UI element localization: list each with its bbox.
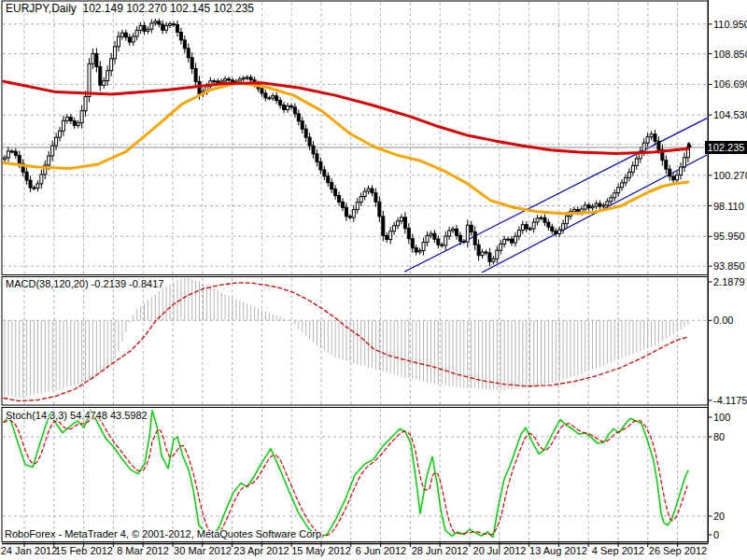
stoch-d-line: [4, 417, 687, 536]
price-axis-label: 100.270: [713, 170, 747, 181]
date-label: 15 Feb 2012: [55, 545, 113, 556]
price-axis-label: 98.110: [713, 201, 744, 212]
trendlines: [404, 119, 707, 273]
price-axis-label: 20: [713, 511, 725, 522]
price-axis-label: -4.1175: [713, 395, 747, 406]
macd-indicator-label: MACD(38,120,20) -0.2139 -0.8417: [6, 278, 163, 290]
price-axis-label: 80: [713, 431, 725, 442]
date-label: 6 Jun 2012: [356, 545, 406, 556]
price-axis-label: 95.950: [713, 231, 745, 242]
date-label: 8 Mar 2012: [117, 545, 169, 556]
ma-slow-line: [4, 81, 688, 153]
ma-fast-line: [4, 83, 688, 214]
copyright-text: RoboForex - MetaTrader 4, © 2001-2012, M…: [5, 528, 324, 540]
price-axis-label: 0.00: [713, 315, 733, 326]
symbol-ohlc-title: EURJPY,Daily 102.149 102.270 102.145 102…: [6, 3, 254, 15]
date-label: 23 Apr 2012: [233, 545, 289, 556]
date-label: 15 May 2012: [291, 545, 351, 556]
date-label: 4 Sep 2012: [592, 545, 644, 556]
macd-histogram: [5, 278, 688, 398]
price-axis-label: 100: [713, 412, 730, 423]
price-axis-label: 106.690: [713, 78, 747, 90]
grid: [3, 3, 707, 541]
date-label: 20 Jul 2012: [473, 545, 527, 556]
price-axis-label: 108.850: [713, 49, 747, 60]
price-axis-label: 104.530: [713, 109, 747, 120]
chart-window: EURJPY,Daily 102.149 102.270 102.145 102…: [0, 0, 747, 560]
price-axis-label: 2.1879: [713, 276, 745, 287]
current-price-label: 102.235: [705, 141, 747, 154]
pane-borders: [2, 0, 712, 547]
date-label: 28 Jun 2012: [412, 545, 469, 556]
price-axis-label: 0: [713, 529, 719, 540]
price-axis-label: 93.850: [713, 260, 745, 272]
date-label: 30 Mar 2012: [174, 545, 232, 556]
date-label: 26 Sep 2012: [649, 545, 707, 556]
price-axis-label: 110.950: [713, 19, 747, 30]
date-label: 24 Jan 2012: [1, 545, 58, 556]
candlesticks: [4, 19, 690, 267]
stoch-indicator-label: Stoch(14,3,3) 54.4748 43.5982: [6, 410, 148, 422]
date-label: 13 Aug 2012: [529, 545, 587, 556]
